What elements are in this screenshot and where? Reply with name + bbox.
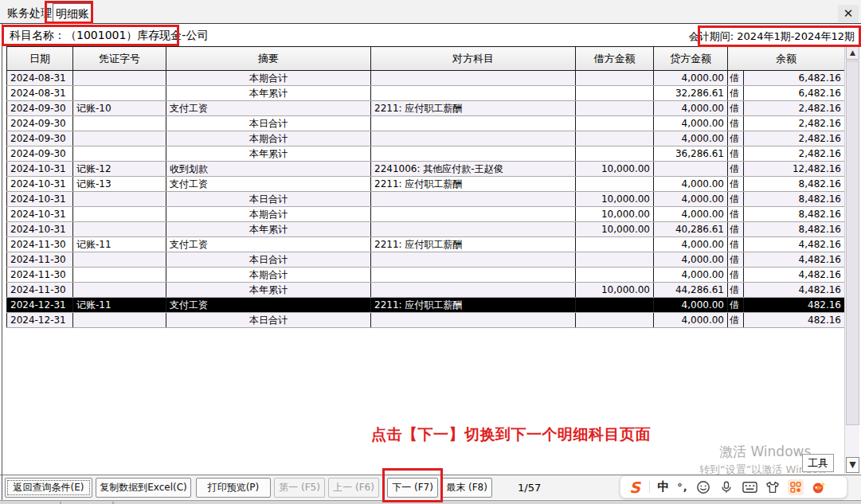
keyboard-icon[interactable] <box>742 479 757 495</box>
bottom-edge <box>0 500 861 504</box>
cell-summary: 支付工资 <box>166 177 371 192</box>
table-row[interactable]: 2024-11-30本日合计4,000.00借4,482.16 <box>7 252 845 268</box>
cell-counterpart <box>371 131 576 147</box>
cell-debit: 10,000.00 <box>576 283 654 298</box>
prev-page-button: 上一 (F6) <box>328 478 379 498</box>
cell-credit: 4,000.00 <box>654 252 728 268</box>
table-row[interactable]: 2024-10-31本期合计10,000.004,000.00借8,482.16 <box>7 207 845 222</box>
cell-balance: 2,482.16 <box>744 101 845 116</box>
cell-counterpart <box>371 192 576 207</box>
cell-summary: 支付工资 <box>166 298 371 313</box>
cell-date: 2024-10-31 <box>7 177 73 192</box>
cell-balance: 4,482.16 <box>744 252 845 268</box>
cell-summary: 收到划款 <box>166 162 371 177</box>
tab-detail-ledger[interactable]: 明细账 <box>53 3 92 24</box>
cell-dir: 借 <box>728 101 744 116</box>
table-row[interactable]: 2024-10-31记账-13支付工资2211: 应付职工薪酬4,000.00借… <box>7 177 845 192</box>
punctuation-icon[interactable]: °, <box>677 479 688 495</box>
table-row[interactable]: 2024-12-31记账-11支付工资2211: 应付职工薪酬4,000.00借… <box>7 298 845 313</box>
table-row[interactable]: 2024-10-31记账-12收到划款2241006: 其他应付款-王赵俊10,… <box>7 162 845 177</box>
instruction-tip: 点击【下一】切换到下一个明细科目页面 <box>371 424 651 445</box>
cell-counterpart: 2211: 应付职工薪酬 <box>371 177 576 192</box>
cell-credit <box>654 162 728 177</box>
cell-date: 2024-11-30 <box>7 252 73 268</box>
cell-counterpart: 2211: 应付职工薪酬 <box>371 101 576 116</box>
cell-voucher <box>73 192 166 207</box>
table-row[interactable]: 2024-08-31本期合计4,000.00借6,482.16 <box>7 71 845 86</box>
assistant-icon[interactable] <box>811 479 827 495</box>
scroll-down-icon[interactable]: ▼ <box>846 457 859 473</box>
cell-voucher <box>73 131 166 147</box>
subject-bar: 科目名称：（1001001）库存现金-公司 会计期间: 2024年1期-2024… <box>0 25 861 46</box>
cell-credit: 44,286.61 <box>654 283 728 298</box>
cell-summary: 本年累计 <box>166 283 371 298</box>
column-header: 借方金额 <box>576 47 654 71</box>
table-row[interactable]: 2024-09-30记账-10支付工资2211: 应付职工薪酬4,000.00借… <box>7 101 845 116</box>
toolbox-icon[interactable] <box>788 479 804 495</box>
vertical-scrollbar[interactable]: ▲ ▼ <box>844 46 859 474</box>
microphone-icon[interactable] <box>718 479 734 495</box>
cell-balance: 8,482.16 <box>744 177 845 192</box>
cell-balance: 8,482.16 <box>744 192 845 207</box>
cell-date: 2024-11-30 <box>7 268 73 283</box>
skin-icon[interactable] <box>765 479 781 495</box>
cell-date: 2024-08-31 <box>7 86 73 101</box>
table-row[interactable]: 2024-09-30本日合计4,000.00借2,482.16 <box>7 116 845 131</box>
scrollbar-thumb[interactable] <box>846 61 859 425</box>
cell-summary: 本年累计 <box>166 147 371 162</box>
cell-balance: 2,482.16 <box>744 131 845 147</box>
next-page-button[interactable]: 下一 (F7) <box>387 478 438 498</box>
cell-voucher <box>73 147 166 162</box>
close-icon[interactable]: ✕ <box>838 5 859 22</box>
cell-balance: 6,482.16 <box>744 86 845 101</box>
table-row[interactable]: 2024-12-31本日合计4,000.00借482.16 <box>7 313 845 328</box>
cell-credit: 4,000.00 <box>654 268 728 283</box>
cell-voucher <box>73 86 166 101</box>
column-header: 摘要 <box>166 47 371 71</box>
cell-date: 2024-09-30 <box>7 131 73 147</box>
tools-button[interactable]: 工具 <box>802 454 834 472</box>
scroll-up-icon[interactable]: ▲ <box>846 46 859 60</box>
window-left-border <box>2 24 2 500</box>
emoji-icon[interactable] <box>695 479 711 495</box>
cell-date: 2024-10-31 <box>7 162 73 177</box>
column-header: 对方科目 <box>371 47 576 71</box>
table-row[interactable]: 2024-10-31本日合计10,000.004,000.00借8,482.16 <box>7 192 845 207</box>
cell-dir: 借 <box>728 313 744 328</box>
return-query-button[interactable]: 返回查询条件(E) <box>5 478 92 498</box>
copy-to-excel-button[interactable]: 复制数据到Excel(C) <box>96 478 191 498</box>
cell-debit: 10,000.00 <box>576 207 654 222</box>
table-row[interactable]: 2024-11-30本年累计10,000.0044,286.61借4,482.1… <box>7 283 845 298</box>
cell-counterpart <box>371 222 576 237</box>
cell-voucher <box>73 252 166 268</box>
cell-dir: 借 <box>728 177 744 192</box>
cell-voucher <box>73 283 166 298</box>
table-row[interactable]: 2024-08-31本年累计32,286.61借6,482.16 <box>7 86 845 101</box>
sogou-logo-icon[interactable]: S <box>628 479 642 495</box>
cell-counterpart <box>371 268 576 283</box>
table-row[interactable]: 2024-11-30记账-11支付工资2211: 应付职工薪酬4,000.00借… <box>7 237 845 252</box>
print-preview-button[interactable]: 打印预览(P) <box>196 478 271 498</box>
table-row[interactable]: 2024-09-30本期合计4,000.00借2,482.16 <box>7 131 845 147</box>
chinese-mode-icon[interactable]: 中 <box>657 479 670 495</box>
accounting-period-label: 会计期间: 2024年1期-2024年12期 <box>689 29 855 44</box>
cell-balance: 12,482.16 <box>744 162 845 177</box>
column-header: 贷方金额 <box>654 47 728 71</box>
cell-credit: 32,286.61 <box>654 86 728 101</box>
cell-dir: 借 <box>728 116 744 131</box>
cell-debit: 10,000.00 <box>576 192 654 207</box>
cell-dir: 借 <box>728 252 744 268</box>
table-row[interactable]: 2024-10-31本年累计10,000.0040,286.61借8,482.1… <box>7 222 845 237</box>
last-page-button[interactable]: 最末 (F8) <box>441 478 492 498</box>
cell-debit <box>576 237 654 252</box>
column-header: 余额 <box>728 47 845 71</box>
table-row[interactable]: 2024-11-30本期合计4,000.00借4,482.16 <box>7 268 845 283</box>
cell-dir: 借 <box>728 222 744 237</box>
cell-credit: 4,000.00 <box>654 313 728 328</box>
table-row[interactable]: 2024-09-30本年累计36,286.61借2,482.16 <box>7 147 845 162</box>
cell-summary: 本日合计 <box>166 313 371 328</box>
tab-account-processing[interactable]: 账务处理 <box>7 6 52 21</box>
cell-voucher <box>73 268 166 283</box>
cell-dir: 借 <box>728 71 744 86</box>
cell-debit: 10,000.00 <box>576 222 654 237</box>
